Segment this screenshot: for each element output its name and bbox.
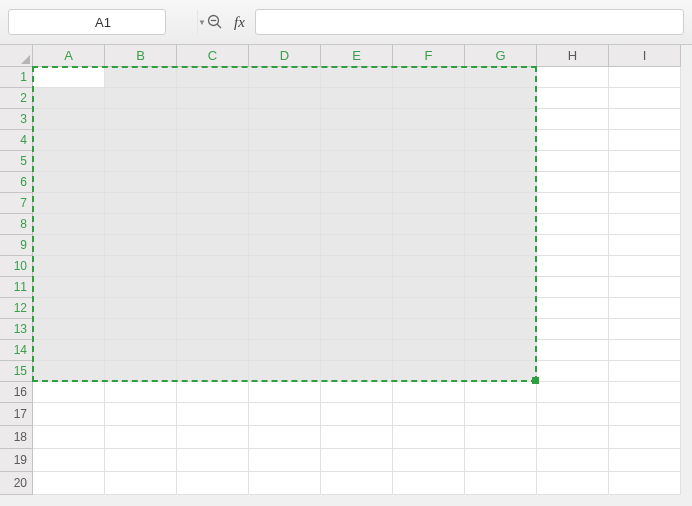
row-header-7[interactable]: 7 [0, 193, 33, 214]
cell-C15[interactable] [177, 361, 249, 382]
cell-B20[interactable] [105, 472, 177, 495]
cell-F9[interactable] [393, 235, 465, 256]
cell-I17[interactable] [609, 403, 681, 426]
cell-B5[interactable] [105, 151, 177, 172]
cell-G17[interactable] [465, 403, 537, 426]
cell-C17[interactable] [177, 403, 249, 426]
cell-H16[interactable] [537, 382, 609, 403]
cell-C12[interactable] [177, 298, 249, 319]
cell-D3[interactable] [249, 109, 321, 130]
cell-D4[interactable] [249, 130, 321, 151]
row-header-4[interactable]: 4 [0, 130, 33, 151]
cell-A17[interactable] [33, 403, 105, 426]
cell-A9[interactable] [33, 235, 105, 256]
cell-E2[interactable] [321, 88, 393, 109]
cell-I20[interactable] [609, 472, 681, 495]
cell-G16[interactable] [465, 382, 537, 403]
cell-E9[interactable] [321, 235, 393, 256]
cell-H4[interactable] [537, 130, 609, 151]
cell-I10[interactable] [609, 256, 681, 277]
cell-H13[interactable] [537, 319, 609, 340]
cell-I18[interactable] [609, 426, 681, 449]
cell-I12[interactable] [609, 298, 681, 319]
cell-E17[interactable] [321, 403, 393, 426]
cell-G15[interactable] [465, 361, 537, 382]
cell-F13[interactable] [393, 319, 465, 340]
cell-I19[interactable] [609, 449, 681, 472]
cell-I6[interactable] [609, 172, 681, 193]
cell-I11[interactable] [609, 277, 681, 298]
cell-B13[interactable] [105, 319, 177, 340]
cell-D1[interactable] [249, 67, 321, 88]
column-header-G[interactable]: G [465, 45, 537, 67]
cell-F6[interactable] [393, 172, 465, 193]
cell-H11[interactable] [537, 277, 609, 298]
cell-A10[interactable] [33, 256, 105, 277]
cell-A15[interactable] [33, 361, 105, 382]
cell-A13[interactable] [33, 319, 105, 340]
cell-F19[interactable] [393, 449, 465, 472]
formula-bar[interactable] [255, 9, 684, 35]
cell-E13[interactable] [321, 319, 393, 340]
column-header-A[interactable]: A [33, 45, 105, 67]
cell-B6[interactable] [105, 172, 177, 193]
cell-I13[interactable] [609, 319, 681, 340]
cell-H9[interactable] [537, 235, 609, 256]
cell-D5[interactable] [249, 151, 321, 172]
cell-B7[interactable] [105, 193, 177, 214]
cell-B15[interactable] [105, 361, 177, 382]
cell-G8[interactable] [465, 214, 537, 235]
cell-E15[interactable] [321, 361, 393, 382]
row-header-12[interactable]: 12 [0, 298, 33, 319]
cell-F4[interactable] [393, 130, 465, 151]
cell-F16[interactable] [393, 382, 465, 403]
cell-A4[interactable] [33, 130, 105, 151]
name-box[interactable] [9, 10, 197, 34]
cell-D11[interactable] [249, 277, 321, 298]
cell-D12[interactable] [249, 298, 321, 319]
cell-E18[interactable] [321, 426, 393, 449]
cell-G1[interactable] [465, 67, 537, 88]
cell-G2[interactable] [465, 88, 537, 109]
cell-H2[interactable] [537, 88, 609, 109]
cell-D2[interactable] [249, 88, 321, 109]
cell-F20[interactable] [393, 472, 465, 495]
column-header-I[interactable]: I [609, 45, 681, 67]
row-header-5[interactable]: 5 [0, 151, 33, 172]
cell-E10[interactable] [321, 256, 393, 277]
cell-C9[interactable] [177, 235, 249, 256]
cell-B8[interactable] [105, 214, 177, 235]
cell-C13[interactable] [177, 319, 249, 340]
cell-E4[interactable] [321, 130, 393, 151]
fx-label[interactable]: fx [232, 14, 247, 31]
name-box-dropdown[interactable]: ▼ [197, 10, 206, 34]
cell-H20[interactable] [537, 472, 609, 495]
cell-D7[interactable] [249, 193, 321, 214]
cell-D13[interactable] [249, 319, 321, 340]
row-header-9[interactable]: 9 [0, 235, 33, 256]
cell-A7[interactable] [33, 193, 105, 214]
cell-I15[interactable] [609, 361, 681, 382]
cell-D20[interactable] [249, 472, 321, 495]
cell-A19[interactable] [33, 449, 105, 472]
cell-G6[interactable] [465, 172, 537, 193]
cell-G12[interactable] [465, 298, 537, 319]
cell-G18[interactable] [465, 426, 537, 449]
cell-G11[interactable] [465, 277, 537, 298]
cell-F8[interactable] [393, 214, 465, 235]
cell-G14[interactable] [465, 340, 537, 361]
row-header-2[interactable]: 2 [0, 88, 33, 109]
cell-I2[interactable] [609, 88, 681, 109]
cell-A6[interactable] [33, 172, 105, 193]
cell-D6[interactable] [249, 172, 321, 193]
cell-C5[interactable] [177, 151, 249, 172]
cell-H7[interactable] [537, 193, 609, 214]
row-header-16[interactable]: 16 [0, 382, 33, 403]
cell-H15[interactable] [537, 361, 609, 382]
cell-C3[interactable] [177, 109, 249, 130]
cell-G19[interactable] [465, 449, 537, 472]
row-header-20[interactable]: 20 [0, 472, 33, 495]
cell-I8[interactable] [609, 214, 681, 235]
cell-A11[interactable] [33, 277, 105, 298]
cell-B2[interactable] [105, 88, 177, 109]
